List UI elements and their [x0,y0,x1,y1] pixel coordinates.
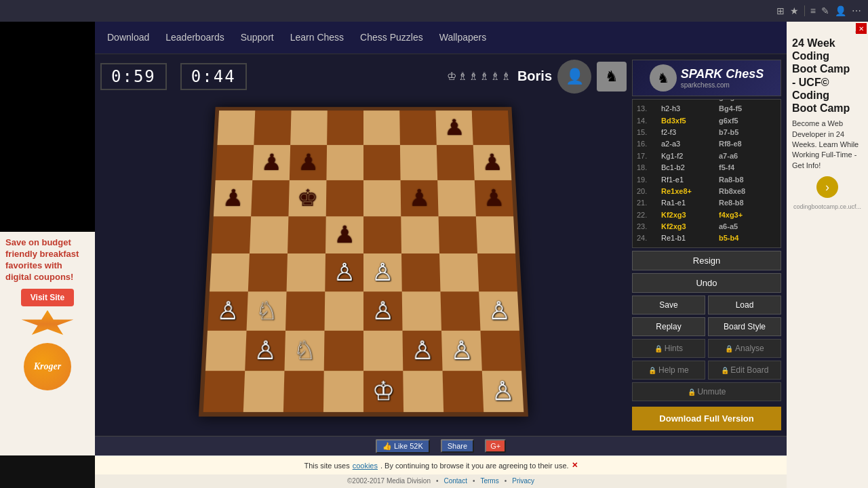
download-button[interactable]: Download Full Version [632,407,781,430]
nav-download[interactable]: Download [106,29,151,45]
chess-cell-b4[interactable] [248,253,288,291]
chess-cell-e2[interactable] [363,331,403,371]
chess-cell-c7[interactable]: ♟ [290,145,327,180]
load-button[interactable]: Load [708,296,781,314]
nav-chess-puzzles[interactable]: Chess Puzzles [359,29,425,45]
chess-cell-f3[interactable] [402,291,441,331]
cookie-close-icon[interactable]: ✕ [572,461,578,470]
chess-cell-d4[interactable]: ♙ [325,253,363,291]
edit-board-button[interactable]: Edit Board [708,361,781,380]
star-icon[interactable]: ★ [790,5,799,16]
chess-cell-e1[interactable]: ♔ [363,371,403,412]
chess-cell-f8[interactable] [399,110,437,145]
chess-cell-f1[interactable] [403,371,443,412]
chess-cell-b1[interactable] [243,371,285,412]
chess-cell-g6[interactable] [437,180,476,216]
chess-cell-d6[interactable] [326,180,363,216]
chess-cell-b5[interactable] [250,216,288,253]
chess-cell-f4[interactable] [401,253,440,291]
cookie-link[interactable]: cookies [353,462,378,470]
chess-cell-a8[interactable] [217,110,255,145]
more-icon[interactable]: ⋯ [852,5,861,16]
chess-cell-h8[interactable] [472,110,510,145]
chess-cell-h4[interactable] [477,253,517,291]
resign-button[interactable]: Resign [632,251,781,270]
visit-site-button[interactable]: Visit Site [21,289,74,306]
chess-cell-d2[interactable] [324,331,363,371]
chess-cell-f5[interactable] [401,216,439,253]
user-icon[interactable]: 👤 [835,5,846,16]
chess-cell-f7[interactable] [400,145,437,180]
grid-icon[interactable]: ⊞ [776,5,785,16]
chess-cell-h5[interactable] [476,216,515,253]
chess-cell-f2[interactable]: ♙ [402,331,442,371]
chess-cell-e8[interactable] [363,110,400,145]
nav-wallpapers[interactable]: Wallpapers [438,29,488,45]
hints-button[interactable]: Hints [632,339,705,358]
chess-cell-a7[interactable] [216,145,254,180]
chess-cell-g7[interactable] [437,145,475,180]
terms-link[interactable]: Terms [480,477,498,485]
chess-cell-b6[interactable] [251,180,290,216]
chess-cell-c8[interactable] [290,110,328,145]
chess-cell-g5[interactable] [439,216,477,253]
chess-board[interactable]: ♟♟♟♟♟♚♟♟♟♙♙♙♘♙♙♙♘♙♙♔♙ [199,107,528,417]
ad-close-button[interactable]: ✕ [856,23,867,34]
chess-cell-e5[interactable] [363,216,401,253]
chess-cell-g2[interactable]: ♙ [441,331,482,371]
chess-cell-d8[interactable] [327,110,363,145]
chess-cell-g4[interactable] [439,253,479,291]
share-button[interactable]: Share [441,439,474,453]
chess-cell-e3[interactable]: ♙ [363,291,402,331]
chess-cell-g8[interactable]: ♟ [435,110,473,145]
chess-cell-b3[interactable]: ♘ [247,291,287,331]
chess-cell-c1[interactable] [283,371,324,412]
save-button[interactable]: Save [632,296,705,314]
chess-cell-a5[interactable] [212,216,251,253]
chess-cell-b2[interactable]: ♙ [245,331,285,371]
chess-cell-h2[interactable] [480,331,521,371]
chess-cell-e6[interactable] [363,180,401,216]
chess-cell-c4[interactable] [287,253,326,291]
privacy-link[interactable]: Privacy [512,477,534,485]
nav-leaderboards[interactable]: Leaderboards [164,29,225,45]
edit-icon[interactable]: ✎ [821,5,829,16]
chess-cell-h3[interactable]: ♙ [479,291,519,331]
chess-cell-c6[interactable]: ♚ [288,180,326,216]
chess-cell-h6[interactable]: ♟ [475,180,513,216]
chess-cell-g3[interactable] [440,291,480,331]
chess-cell-b7[interactable]: ♟ [252,145,290,180]
chess-cell-c3[interactable] [285,291,325,331]
like-button[interactable]: 👍 Like 52K [376,439,430,453]
replay-button[interactable]: Replay [632,317,705,336]
chess-cell-g1[interactable] [443,371,484,412]
chess-cell-e7[interactable] [363,145,401,180]
chess-cell-d3[interactable] [325,291,363,331]
chess-cell-a1[interactable] [203,371,245,412]
menu-icon[interactable]: ≡ [810,5,816,16]
chess-cell-h1[interactable]: ♙ [482,371,524,412]
unmute-button[interactable]: Unmute [632,382,781,401]
ad-link[interactable]: codingbootcamp.ce.ucf... [792,203,863,210]
nav-support[interactable]: Support [239,29,275,45]
chess-cell-d1[interactable] [323,371,363,412]
analyse-button[interactable]: Analyse [708,339,781,358]
help-me-button[interactable]: Help me [632,361,705,380]
undo-button[interactable]: Undo [632,273,781,293]
chess-cell-h7[interactable]: ♟ [473,145,512,180]
chess-cell-a3[interactable]: ♙ [208,291,248,331]
ad-arrow-button[interactable]: › [816,176,838,198]
chess-cell-d5[interactable]: ♟ [326,216,363,253]
contact-link[interactable]: Contact [443,477,467,485]
nav-learn-chess[interactable]: Learn Chess [289,29,345,45]
chess-cell-a6[interactable]: ♟ [214,180,252,216]
board-style-button[interactable]: Board Style [708,317,781,336]
chess-cell-e4[interactable]: ♙ [363,253,402,291]
chess-cell-f6[interactable]: ♟ [401,180,439,216]
gplus-button[interactable]: G+ [485,439,506,453]
chess-cell-c5[interactable] [288,216,326,253]
chess-cell-d7[interactable] [326,145,363,180]
chess-cell-b8[interactable] [254,110,291,145]
chess-cell-a4[interactable] [210,253,250,291]
chess-cell-a2[interactable] [205,331,247,371]
